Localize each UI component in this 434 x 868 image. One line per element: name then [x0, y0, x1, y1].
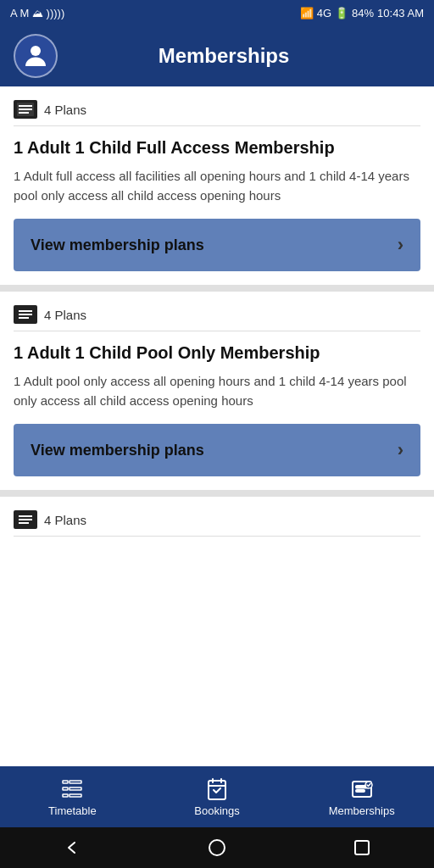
avatar-icon: [20, 41, 51, 71]
nav-item-bookings[interactable]: Bookings: [145, 766, 290, 827]
plans-count-1: 4 Plans: [44, 308, 86, 322]
plans-row-1: 4 Plans: [14, 305, 420, 331]
svg-rect-16: [70, 794, 81, 797]
view-plans-label-0: View membership plans: [31, 236, 204, 254]
svg-rect-6: [19, 314, 32, 315]
svg-rect-10: [19, 522, 29, 524]
membership-card-1: 4 Plans 1 Adult 1 Child Pool Only Member…: [0, 292, 434, 497]
timetable-icon: [60, 777, 84, 801]
memberships-icon: [350, 777, 374, 801]
svg-rect-2: [19, 105, 32, 107]
battery-label: 84%: [352, 7, 374, 19]
status-bar: A M ⛰ ))))) 📶 4G 🔋 84% 10:43 AM: [0, 0, 434, 25]
back-button[interactable]: [55, 831, 89, 865]
svg-rect-13: [63, 787, 68, 790]
nav-label-bookings: Bookings: [194, 804, 239, 817]
list-icon-1: [17, 308, 34, 321]
nav-item-timetable[interactable]: Timetable: [0, 766, 145, 827]
nav-label-memberships: Memberships: [329, 804, 395, 817]
time-label: 10:43 AM: [377, 7, 424, 19]
svg-rect-20: [356, 790, 364, 792]
svg-rect-12: [70, 781, 81, 783]
svg-rect-5: [19, 310, 32, 312]
notification-icons: A M ⛰ ))))): [10, 7, 64, 19]
home-icon: [208, 838, 226, 857]
plans-row-0: 4 Plans: [14, 100, 420, 126]
app-header: Memberships: [0, 25, 434, 86]
list-icon-2: [17, 513, 34, 526]
view-plans-button-0[interactable]: View membership plans ›: [14, 219, 420, 271]
plans-icon-0: [14, 100, 37, 119]
network-label: 4G: [317, 7, 331, 19]
signal-icon: 📶: [300, 7, 314, 19]
view-plans-button-1[interactable]: View membership plans ›: [14, 424, 420, 476]
chevron-right-icon-0: ›: [398, 234, 403, 256]
svg-rect-23: [355, 841, 369, 854]
svg-rect-3: [19, 108, 32, 110]
status-left: A M ⛰ ))))): [10, 7, 64, 19]
svg-rect-4: [19, 112, 29, 114]
membership-title-0: 1 Adult 1 Child Full Access Membership: [14, 136, 420, 159]
status-right: 📶 4G 🔋 84% 10:43 AM: [300, 7, 424, 19]
plans-icon-2: [14, 510, 37, 529]
svg-point-22: [209, 840, 225, 855]
svg-point-0: [31, 46, 41, 56]
svg-rect-11: [63, 781, 68, 783]
svg-rect-8: [19, 515, 32, 517]
recents-icon: [353, 838, 371, 857]
list-icon: [17, 103, 34, 116]
bookings-icon: [205, 777, 229, 801]
android-navigation-bar: [0, 827, 434, 868]
back-icon: [63, 838, 81, 857]
battery-icon: 🔋: [335, 7, 348, 19]
membership-card-0: 4 Plans 1 Adult 1 Child Full Access Memb…: [0, 86, 434, 292]
membership-desc-0: 1 Adult full access all facilities all o…: [14, 167, 420, 205]
plans-row-2: 4 Plans: [14, 510, 420, 537]
svg-rect-9: [19, 519, 32, 520]
svg-rect-14: [70, 787, 81, 790]
svg-rect-17: [209, 781, 225, 799]
plans-icon-1: [14, 305, 37, 324]
nav-label-timetable: Timetable: [48, 804, 97, 817]
page-title: Memberships: [71, 44, 420, 68]
svg-rect-15: [63, 794, 68, 797]
plans-count-2: 4 Plans: [44, 513, 86, 527]
home-button[interactable]: [200, 831, 234, 865]
membership-title-1: 1 Adult 1 Child Pool Only Membership: [14, 342, 420, 364]
svg-rect-7: [19, 317, 29, 319]
plans-count-0: 4 Plans: [44, 103, 86, 117]
avatar[interactable]: [14, 34, 58, 78]
content-area: 4 Plans 1 Adult 1 Child Full Access Memb…: [0, 86, 434, 766]
membership-desc-1: 1 Adult pool only access all opening hou…: [14, 372, 420, 410]
membership-card-2: 4 Plans: [0, 497, 434, 554]
bottom-navigation: Timetable Bookings Memberships: [0, 766, 434, 827]
view-plans-label-1: View membership plans: [31, 442, 204, 459]
recents-button[interactable]: [345, 831, 379, 865]
chevron-right-icon-1: ›: [398, 439, 403, 461]
nav-item-memberships[interactable]: Memberships: [289, 766, 434, 827]
